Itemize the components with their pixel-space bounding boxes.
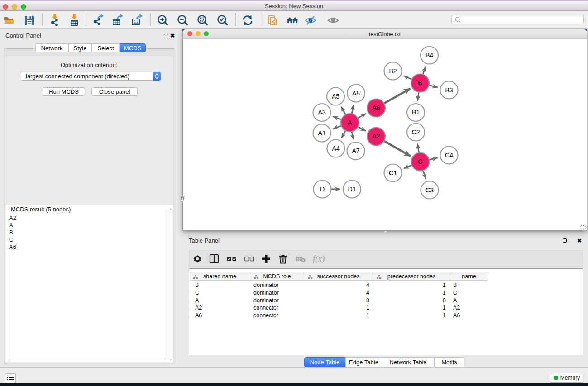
svg-text:A3: A3	[318, 109, 325, 116]
svg-text:B4: B4	[425, 52, 433, 59]
svg-text:A6: A6	[372, 104, 380, 111]
svg-text:A1: A1	[318, 129, 325, 137]
svg-text:D: D	[320, 186, 325, 193]
svg-text:C1: C1	[389, 169, 397, 176]
svg-text:C3: C3	[425, 186, 434, 194]
svg-text:B: B	[418, 79, 422, 86]
svg-text:A4: A4	[332, 145, 339, 152]
svg-text:B2: B2	[389, 67, 397, 75]
svg-text:A2: A2	[372, 133, 380, 140]
svg-text:B3: B3	[445, 86, 453, 94]
svg-text:C2: C2	[412, 129, 420, 136]
svg-text:A5: A5	[332, 93, 339, 100]
svg-text:A7: A7	[352, 147, 359, 154]
svg-text:A8: A8	[352, 90, 360, 97]
svg-text:C4: C4	[445, 152, 453, 159]
svg-text:A: A	[348, 119, 352, 126]
svg-text:C: C	[418, 158, 422, 165]
svg-text:f(x): f(x)	[313, 254, 325, 264]
svg-text:D1: D1	[348, 186, 356, 193]
svg-text:B1: B1	[412, 109, 420, 116]
